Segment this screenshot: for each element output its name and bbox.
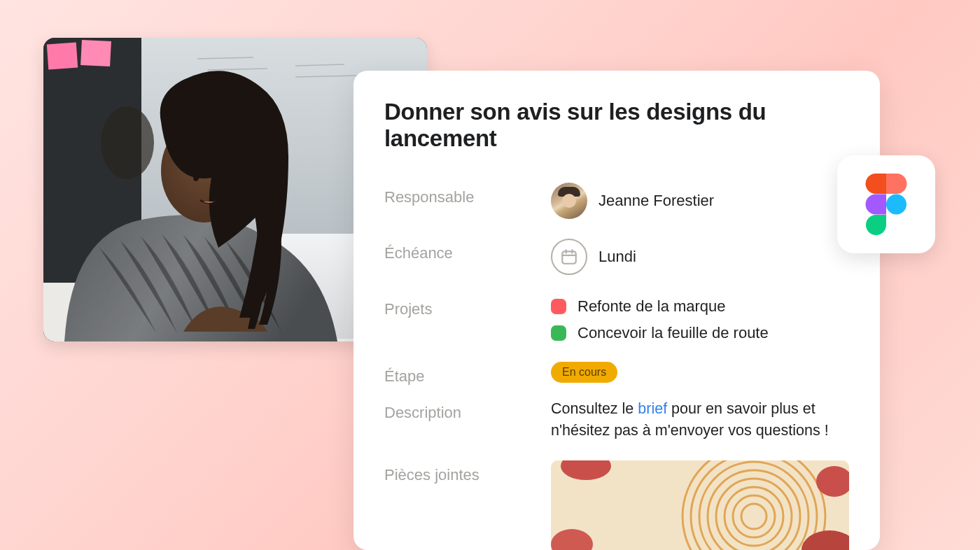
label-attachments: Pièces jointes bbox=[384, 460, 551, 484]
task-title: Donner son avis sur les designs du lance… bbox=[384, 99, 849, 152]
label-due: Échéance bbox=[384, 239, 551, 262]
svg-point-33 bbox=[886, 195, 906, 215]
assignee-name: Jeanne Forestier bbox=[598, 192, 714, 210]
svg-rect-3 bbox=[47, 43, 78, 70]
description-text: Consultez le brief pour en savoir plus e… bbox=[551, 398, 849, 441]
project-item[interactable]: Concevoir la feuille de route bbox=[551, 324, 849, 342]
label-stage: Étape bbox=[384, 362, 551, 386]
brief-link[interactable]: brief bbox=[638, 400, 667, 417]
project-name: Concevoir la feuille de route bbox=[578, 324, 769, 342]
svg-rect-4 bbox=[80, 40, 111, 66]
label-responsible: Responsable bbox=[384, 183, 551, 206]
svg-point-14 bbox=[193, 174, 199, 181]
project-item[interactable]: Refonte de la marque bbox=[551, 297, 849, 316]
calendar-icon bbox=[551, 239, 587, 275]
attachment-thumbnail[interactable] bbox=[551, 460, 849, 550]
figma-icon bbox=[865, 174, 907, 235]
project-name: Refonte de la marque bbox=[578, 297, 726, 316]
project-color-swatch bbox=[551, 325, 566, 341]
due-date-value: Lundi bbox=[598, 248, 636, 266]
figma-integration-badge[interactable] bbox=[837, 155, 935, 253]
project-color-swatch bbox=[551, 299, 566, 314]
due-date-field[interactable]: Lundi bbox=[551, 239, 636, 275]
label-projects: Projets bbox=[384, 295, 551, 318]
status-badge[interactable]: En cours bbox=[551, 362, 617, 383]
svg-point-15 bbox=[217, 174, 223, 181]
svg-point-5 bbox=[101, 106, 154, 179]
avatar bbox=[551, 183, 587, 219]
label-description: Description bbox=[384, 398, 551, 422]
svg-rect-16 bbox=[562, 251, 576, 263]
assignee-field[interactable]: Jeanne Forestier bbox=[551, 183, 714, 219]
task-detail-card: Donner son avis sur les designs du lance… bbox=[354, 71, 880, 550]
